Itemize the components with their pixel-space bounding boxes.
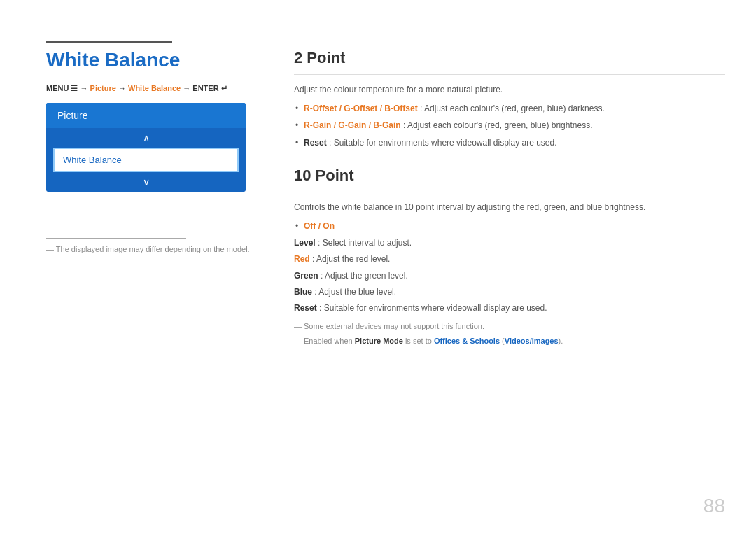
menu-arrow1: → [80,84,90,92]
bullet-reset-1: Reset : Suitable for environments where … [294,136,725,150]
section-2point: 2 Point Adjust the colour temperature fo… [294,49,725,150]
bullet-off-on: Off / On [294,220,725,233]
section-2point-title: 2 Point [294,49,725,67]
reset-desc-2: : Suitable for environments where videow… [319,303,547,313]
section-10point: 10 Point Controls the white balance in 1… [294,167,725,348]
note-external-text: Some external devices may not support th… [304,322,484,330]
line-green: Green : Adjust the green level. [294,269,725,283]
level-label: Level [294,238,316,248]
page-title: White Balance [46,49,256,71]
picture-menu-header-label: Picture [57,110,88,121]
picture-menu-header: Picture [46,103,246,128]
menu-arrow2: → [118,84,128,92]
picture-menu-down-arrow: ∨ [46,172,246,192]
line-reset-2: Reset : Suitable for environments where … [294,302,725,315]
menu-prefix: MENU [46,84,69,92]
picture-menu-selected-item[interactable]: White Balance [53,148,239,172]
offices-schools-label: Offices & Schools [434,337,500,345]
section-10point-title: 10 Point [294,167,725,185]
section-2point-desc: Adjust the colour temperature for a more… [294,83,725,97]
reset-desc-1: : Suitable for environments where videow… [329,138,557,148]
note-divider [46,238,186,239]
off-on-label: Off / On [304,221,335,231]
picture-menu-up-arrow: ∧ [46,128,246,148]
note-text-label: ― The displayed image may differ dependi… [46,245,250,253]
menu-arrow3: → [183,84,192,92]
bullet-rgain: R-Gain / G-Gain / B-Gain : Adjust each c… [294,119,725,132]
blue-desc: : Adjust the blue level. [314,287,396,297]
line-level: Level : Select interval to adjust. [294,237,725,250]
right-panel: 2 Point Adjust the colour temperature fo… [294,49,725,349]
r-offset-label: R-Offset / G-Offset / B-Offset [304,104,418,113]
note-enabled-end: ). [559,337,564,345]
line-blue: Blue : Adjust the blue level. [294,286,725,299]
r-offset-desc: : Adjust each colour's (red, green, blue… [420,104,605,113]
reset-label-1: Reset [304,138,327,148]
videos-images-label: Videos/Images [505,337,559,345]
picture-menu: Picture ∧ White Balance ∨ [46,103,246,192]
section-divider-2 [294,192,725,192]
menu-enter: ENTER ↵ [192,84,227,92]
note-external-devices: Some external devices may not support th… [294,321,725,333]
left-panel: White Balance MENU ☰ → Picture → White B… [46,49,256,192]
menu-icon: ☰ [71,84,80,92]
note-text: ― The displayed image may differ dependi… [46,245,250,253]
section-10point-desc: Controls the white balance in 10 point i… [294,201,725,214]
reset-label-2: Reset [294,303,317,313]
section-divider-1 [294,74,725,75]
menu-whitebalance: White Balance [128,84,181,92]
level-desc: : Select interval to adjust. [318,238,412,248]
note-enabled-when: Enabled when Picture Mode is set to Offi… [294,335,725,348]
note-enabled-prefix: Enabled when [304,337,355,345]
r-gain-label: R-Gain / G-Gain / B-Gain [304,120,401,130]
up-arrow-icon: ∧ [143,132,150,143]
top-line-short [46,41,172,43]
blue-label: Blue [294,287,312,297]
menu-picture: Picture [90,84,116,92]
red-label: Red [294,254,310,264]
r-gain-desc: : Adjust each colour's (red, green, blue… [403,120,592,130]
menu-path: MENU ☰ → Picture → White Balance → ENTER… [46,84,256,93]
white-balance-label: White Balance [63,155,122,165]
green-desc: : Adjust the green level. [321,271,408,281]
line-red: Red : Adjust the red level. [294,253,725,266]
picture-mode-label: Picture Mode [355,337,403,345]
red-desc: : Adjust the red level. [312,254,390,264]
down-arrow-icon: ∨ [143,176,150,188]
note-enabled-mid: is set to [403,337,434,345]
page-number: 88 [704,495,725,517]
green-label: Green [294,271,318,281]
bullet-roffset: R-Offset / G-Offset / B-Offset : Adjust … [294,102,725,115]
note-enabled-suffix: ( [500,337,505,345]
